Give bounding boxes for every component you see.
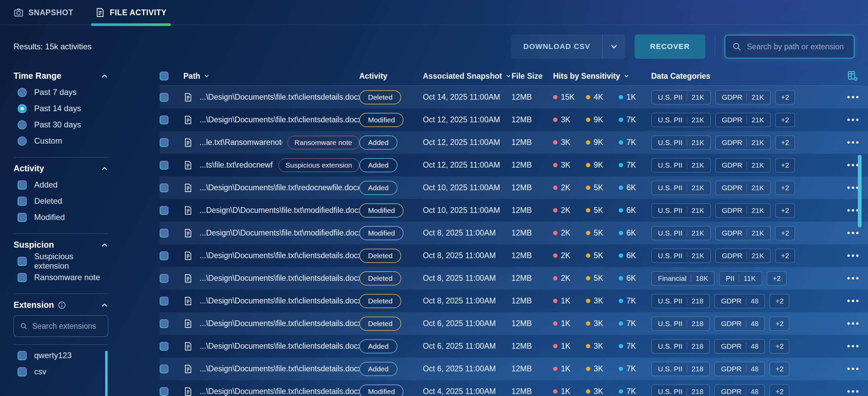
select-all-checkbox[interactable]	[160, 72, 168, 80]
column-header-file-size: File Size	[511, 72, 543, 80]
medium-sensitivity-count: 9K	[594, 115, 603, 124]
path-search-input[interactable]	[747, 42, 847, 51]
table-row[interactable]: ...Design\D\Documents\file.txt\modifiedf…	[160, 199, 868, 222]
more-categories-pill[interactable]: +2	[770, 294, 789, 308]
column-header-activity[interactable]: Activity	[359, 72, 423, 81]
activity-collapse-button[interactable]	[101, 165, 108, 172]
tab-snapshot[interactable]: SNAPSHOT	[14, 0, 73, 25]
row-actions-menu[interactable]	[847, 277, 859, 279]
file-path: ...le.txt\Ransomwarenote.txt	[200, 138, 282, 147]
row-checkbox[interactable]	[160, 229, 168, 238]
table-row[interactable]: ...\Design\Documents\file.txt\clientsdet…	[160, 267, 868, 290]
sidebar-scrollbar[interactable]	[105, 351, 108, 396]
chevron-up-icon	[101, 72, 108, 80]
row-checkbox[interactable]	[160, 251, 168, 260]
radio-past-30-days[interactable]: Past 30 days	[18, 117, 108, 133]
row-checkbox[interactable]	[160, 297, 168, 305]
checkbox-label: qwerty123	[34, 351, 72, 360]
table-row[interactable]: ...Design\D\Documents\file.txt\modifiedf…	[160, 222, 868, 244]
row-actions-menu[interactable]	[847, 119, 859, 121]
table-row[interactable]: ...\Design\Documents\file.txt\clientsdet…	[160, 86, 868, 108]
column-header-associated-snapshot[interactable]: Associated Snapshot	[423, 72, 511, 81]
more-categories-pill[interactable]: +2	[775, 90, 795, 104]
more-categories-pill[interactable]: +2	[775, 203, 795, 218]
column-header-hits-by-sensitivity[interactable]: Hits by Sensitivity	[553, 72, 630, 81]
checkbox-csv[interactable]: csv	[18, 364, 101, 380]
table-row[interactable]: ...\Design\Documents\file.txt\clientsdet…	[160, 244, 868, 267]
row-checkbox[interactable]	[160, 387, 168, 396]
table-row[interactable]: ...\Design\Documents\file.txt\clientsdet…	[160, 335, 868, 357]
more-categories-pill[interactable]: +2	[770, 385, 789, 396]
row-actions-menu[interactable]	[847, 368, 859, 370]
row-actions-menu[interactable]	[847, 141, 859, 144]
more-categories-pill[interactable]: +2	[775, 113, 795, 127]
time-range-collapse-button[interactable]	[101, 72, 108, 80]
row-actions-menu[interactable]	[847, 164, 859, 166]
row-checkbox[interactable]	[160, 93, 168, 102]
checkbox-ransomware-note[interactable]: Ransomware note	[18, 269, 108, 286]
more-categories-pill[interactable]: +2	[775, 181, 795, 195]
extension-search-input[interactable]	[32, 322, 102, 331]
row-actions-menu[interactable]	[847, 96, 859, 98]
row-actions-menu[interactable]	[847, 345, 859, 347]
table-scrollbar[interactable]	[858, 155, 862, 227]
hits-by-sensitivity: 1K 3K 7K	[553, 387, 652, 396]
data-categories: U.S. PII 218 GDPR 48 +2	[652, 385, 831, 396]
column-settings-icon[interactable]	[847, 70, 859, 82]
radio-past-14-days[interactable]: Past 14 days	[18, 100, 108, 117]
row-checkbox[interactable]	[160, 138, 168, 147]
checkbox-label: csv	[34, 367, 46, 376]
more-categories-pill[interactable]: +2	[775, 158, 795, 172]
checkbox-qwerty123[interactable]: qwerty123	[18, 347, 101, 364]
info-icon[interactable]	[58, 301, 66, 309]
chevron-up-icon	[101, 241, 108, 249]
more-categories-pill[interactable]: +2	[775, 249, 795, 263]
row-checkbox[interactable]	[160, 206, 168, 215]
extension-collapse-button[interactable]	[101, 301, 108, 309]
download-csv-caret-button[interactable]	[603, 34, 625, 59]
table-row[interactable]: ...ts\file.txt\redocnewfile... Suspiciou…	[160, 154, 868, 176]
table-row[interactable]: ...\Design\Documents\file.txt\redocnewfi…	[160, 176, 868, 199]
row-checkbox[interactable]	[160, 116, 168, 124]
suspicion-collapse-button[interactable]	[101, 241, 108, 249]
row-checkbox[interactable]	[160, 319, 168, 328]
activity-badge: Added	[359, 135, 397, 150]
recover-button[interactable]: RECOVER	[635, 34, 705, 59]
table-row[interactable]: ...\Design\Documents\file.txt\clientsdet…	[160, 108, 868, 131]
radio-custom[interactable]: Custom	[18, 133, 108, 149]
high-sensitivity-count: 15K	[561, 93, 575, 102]
table-row[interactable]: ...\Design\Documents\file.txt\clientsdet…	[160, 357, 868, 380]
row-checkbox[interactable]	[160, 161, 168, 170]
checkbox-added[interactable]: Added	[18, 177, 108, 193]
checkbox-deleted[interactable]: Deleted	[18, 193, 108, 209]
table-row[interactable]: ...\Design\Documents\file.txt\clientsdet…	[160, 290, 868, 312]
more-categories-pill[interactable]: +2	[775, 226, 795, 240]
tab-file-activity[interactable]: FILE ACTIVITY	[95, 0, 167, 25]
row-actions-menu[interactable]	[847, 300, 859, 302]
row-checkbox[interactable]	[160, 183, 168, 192]
activity-badge: Added	[359, 339, 397, 353]
more-categories-pill[interactable]: +2	[770, 339, 789, 353]
table-row[interactable]: ...\Design\Documents\file.txt\clientsdet…	[160, 312, 868, 335]
row-actions-menu[interactable]	[847, 322, 859, 325]
checkbox-modified[interactable]: Modified	[18, 209, 108, 225]
more-categories-pill[interactable]: +2	[775, 135, 795, 150]
row-actions-menu[interactable]	[847, 390, 859, 393]
row-checkbox[interactable]	[160, 274, 168, 283]
row-actions-menu[interactable]	[847, 209, 859, 212]
more-categories-pill[interactable]: +2	[770, 362, 789, 376]
download-csv-button[interactable]: DOWNLOAD CSV	[511, 34, 602, 59]
more-categories-pill[interactable]: +2	[767, 271, 786, 286]
table-row[interactable]: ...\Design\Documents\file.txt\clientsdet…	[160, 380, 868, 396]
more-categories-pill[interactable]: +2	[770, 317, 789, 331]
row-actions-menu[interactable]	[847, 232, 859, 234]
row-actions-menu[interactable]	[847, 254, 859, 257]
checkbox-suspicious-extension[interactable]: Suspicious extension	[18, 253, 108, 269]
row-checkbox[interactable]	[160, 365, 168, 373]
row-actions-menu[interactable]	[847, 187, 859, 189]
column-header-path[interactable]: Path	[183, 72, 359, 81]
document-icon	[183, 387, 193, 396]
table-row[interactable]: ...le.txt\Ransomwarenote.txt Ransomware …	[160, 131, 868, 154]
radio-past-7-days[interactable]: Past 7 days	[18, 84, 108, 100]
row-checkbox[interactable]	[160, 342, 168, 351]
